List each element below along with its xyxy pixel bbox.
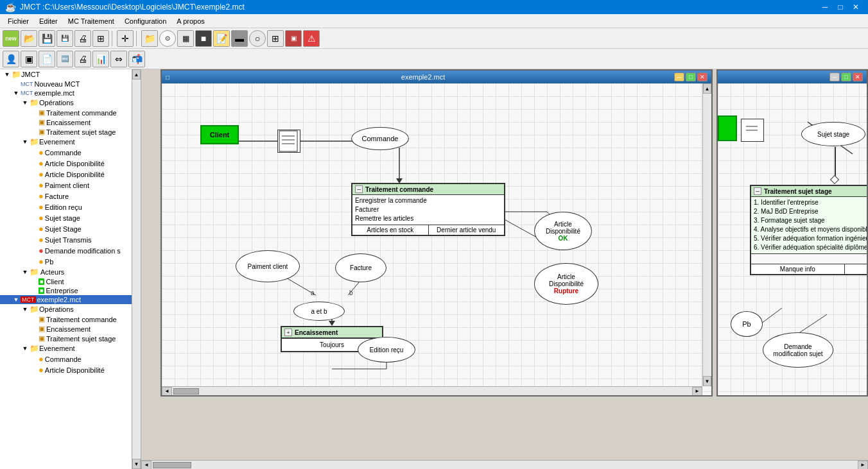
tree-item-art-dispo2[interactable]: ● Article Disponibilité	[0, 169, 132, 180]
diagram-hscroll[interactable]: ◄ ►	[162, 386, 702, 395]
actor-client[interactable]: Client	[200, 125, 239, 144]
tree-item-new-mct[interactable]: MCT Nouveau MCT	[0, 80, 132, 89]
article-dispo-ok[interactable]: Article Disponibilité OK	[534, 212, 592, 250]
paiment-client-event[interactable]: Paiment client	[236, 250, 300, 282]
vscroll-down-btn[interactable]: ▼	[703, 376, 711, 386]
tree-item-facture1[interactable]: ● Facture	[0, 191, 132, 201]
toolbar-table-button[interactable]: ⊞	[267, 30, 284, 47]
tree-item-exemple-mct[interactable]: ▼ MCT exemple.mct	[0, 89, 132, 98]
toolbar2-b5-button[interactable]: 📊	[92, 51, 109, 67]
tree-item-trait-stage1[interactable]: ▣ Traitement sujet stage	[0, 127, 132, 137]
demande-modif-event[interactable]: Demandemodification sujet	[763, 332, 833, 368]
toolbar-open-button[interactable]: 📂	[21, 30, 37, 47]
vscroll-up-btn[interactable]: ▲	[703, 83, 711, 94]
minimize-button[interactable]: ─	[818, 0, 832, 14]
tree-toggle-evt1[interactable]: ▼	[21, 139, 30, 145]
canvas-hscroll-right-btn[interactable]: ►	[858, 461, 868, 470]
tree-item-encaiss2[interactable]: ▣ Encaissement	[0, 324, 132, 334]
canvas-hscroll[interactable]: ◄ ►	[141, 460, 868, 469]
toolbar2-b1-button[interactable]: ▣	[21, 51, 37, 67]
toolbar2-b2-button[interactable]: 📄	[39, 51, 55, 67]
toolbar2-b6-button[interactable]: ⇔	[110, 51, 127, 67]
toolbar-circle-button[interactable]: ○	[249, 30, 266, 47]
left-panel-vscroll[interactable]: ▲ ▼	[132, 69, 141, 469]
mct-maximize-button[interactable]: □	[686, 72, 696, 81]
toolbar-stop-button[interactable]: ■	[195, 30, 212, 47]
mct2-maximize-btn[interactable]: □	[841, 72, 851, 81]
tree-item-encaiss1[interactable]: ▣ Encaissement	[0, 117, 132, 127]
tree-item-trait-cmd2[interactable]: ▣ Traitement commande	[0, 314, 132, 324]
sujet-stage-event-2[interactable]: Sujet stage	[801, 122, 865, 146]
menu-mc-traitement[interactable]: MC Traitement	[63, 16, 119, 26]
process-minimize-btn[interactable]: ─	[355, 185, 363, 193]
tree-item-sujet-stage2[interactable]: ● Sujet Stage	[0, 223, 132, 234]
document-shape[interactable]	[277, 130, 300, 153]
tree-item-acteurs1[interactable]: ▼ 📁 Acteurs	[0, 267, 132, 277]
toolbar-save-button[interactable]: 💾	[39, 30, 55, 47]
tree-item-trait-cmd1[interactable]: ▣ Traitement commande	[0, 108, 132, 117]
article-dispo-rupture[interactable]: Article Disponibilité Rupture	[534, 263, 598, 305]
hscroll-left-btn[interactable]: ◄	[162, 387, 172, 396]
tree-toggle-exemple[interactable]: ▼	[12, 90, 21, 96]
toolbar-print-button[interactable]: 🖨	[74, 30, 91, 47]
canvas-area[interactable]: □ exemple2.mct ─ □ ✕	[141, 69, 868, 469]
toolbar-grid-button[interactable]: ⊞	[92, 30, 109, 47]
tree-item-jmct[interactable]: ▼ 📁 JMCT	[0, 69, 132, 80]
mct-minimize-button[interactable]: ─	[674, 72, 684, 81]
menu-configuration[interactable]: Configuration	[119, 16, 171, 26]
menu-fichier[interactable]: Fichier	[3, 16, 34, 26]
traitement-commande-box[interactable]: ─ Traitement commande Enregistrer la com…	[351, 183, 505, 236]
toolbar2-b7-button[interactable]: 📬	[128, 51, 145, 67]
tree-item-pb1[interactable]: ● Pb	[0, 256, 132, 267]
toolbar-alert-button[interactable]: ⚠	[303, 30, 320, 47]
mct-window-exemple2[interactable]: □ exemple2.mct ─ □ ✕	[161, 69, 713, 397]
tree-item-exemple2-mct[interactable]: ▼ MCT exemple2.mct	[0, 295, 132, 304]
tree-item-evt2[interactable]: ▼ 📁 Evenement	[0, 343, 132, 354]
toolbar-folder-button[interactable]: 📁	[141, 30, 158, 47]
tree-toggle-jmct[interactable]: ▼	[3, 71, 12, 78]
tree-item-paimt-client1[interactable]: ● Paiment client	[0, 180, 132, 191]
scroll-up-btn[interactable]: ▲	[132, 69, 141, 80]
hscroll-right-btn[interactable]: ►	[692, 387, 702, 396]
tree-item-entreprise1[interactable]: ■ Entreprise	[0, 286, 132, 295]
tree-item-sujet-transmis[interactable]: ● Sujet Transmis	[0, 234, 132, 245]
tree-toggle-exemple2[interactable]: ▼	[12, 296, 21, 303]
left-panel[interactable]: ▼ 📁 JMCT MCT Nouveau MCT ▼ MCT exemple.m	[0, 69, 141, 469]
tree-item-art-dispo3[interactable]: ● Article Disponibilité	[0, 364, 132, 375]
toolbar-move-button[interactable]: ✛	[117, 30, 134, 47]
traitement-stage-box[interactable]: ─ Traitement sujet stage 1. Identifier l…	[750, 185, 867, 275]
menu-editer[interactable]: Editer	[34, 16, 63, 26]
hscroll-thumb[interactable]	[173, 388, 199, 395]
tree-item-commande1[interactable]: ● Commande	[0, 147, 132, 158]
actor-box-2[interactable]	[718, 115, 737, 141]
diagram-vscroll[interactable]: ▲ ▼	[702, 83, 711, 386]
stage-minimize-btn[interactable]: ─	[754, 187, 761, 195]
tree-toggle-ops2[interactable]: ▼	[21, 306, 30, 312]
mct-window-content[interactable]: a b Client	[162, 83, 711, 395]
commande-event[interactable]: Commande	[351, 127, 409, 150]
sync-condition[interactable]: a et b	[293, 302, 345, 321]
encaiss-minimize-btn[interactable]: +	[284, 328, 292, 336]
toolbar-event-button[interactable]: ⊙	[159, 30, 176, 47]
tree-item-client1[interactable]: ■ Client	[0, 277, 132, 286]
mct-window-2[interactable]: ─ □ ✕	[716, 69, 868, 397]
tree-item-ops1[interactable]: ▼ 📁 Opérations	[0, 98, 132, 108]
tree-toggle-evt2[interactable]: ▼	[21, 345, 30, 352]
edition-recu-event[interactable]: Edition reçu	[358, 337, 415, 362]
canvas-hscroll-thumb[interactable]	[153, 462, 191, 468]
mct-close-button[interactable]: ✕	[697, 72, 707, 81]
tree-item-art-dispo1[interactable]: ● Article Disponibilité	[0, 158, 132, 169]
toolbar2-b3-button[interactable]: 🔤	[56, 51, 73, 67]
mct2-close-btn[interactable]: ✕	[853, 72, 863, 81]
tree-item-edition1[interactable]: ● Edition reçu	[0, 201, 132, 212]
tree-item-trait-stage2[interactable]: ▣ Traitement sujet stage	[0, 334, 132, 343]
tree-toggle-acteurs1[interactable]: ▼	[21, 269, 30, 275]
toolbar-saveas-button[interactable]: 💾	[56, 30, 73, 47]
tree-item-commande2[interactable]: ● Commande	[0, 354, 132, 364]
diagram-canvas[interactable]: a b Client	[162, 83, 711, 395]
tree-item-sujet-stage1[interactable]: ● Sujet stage	[0, 212, 132, 223]
toolbar2-actor-button[interactable]: 👤	[3, 51, 19, 67]
close-button[interactable]: ✕	[849, 0, 863, 14]
diagram2-canvas[interactable]: Sujet stage ─ Traitement sujet stage 1.	[718, 83, 867, 395]
toolbar-note-button[interactable]: 📝	[213, 30, 230, 47]
